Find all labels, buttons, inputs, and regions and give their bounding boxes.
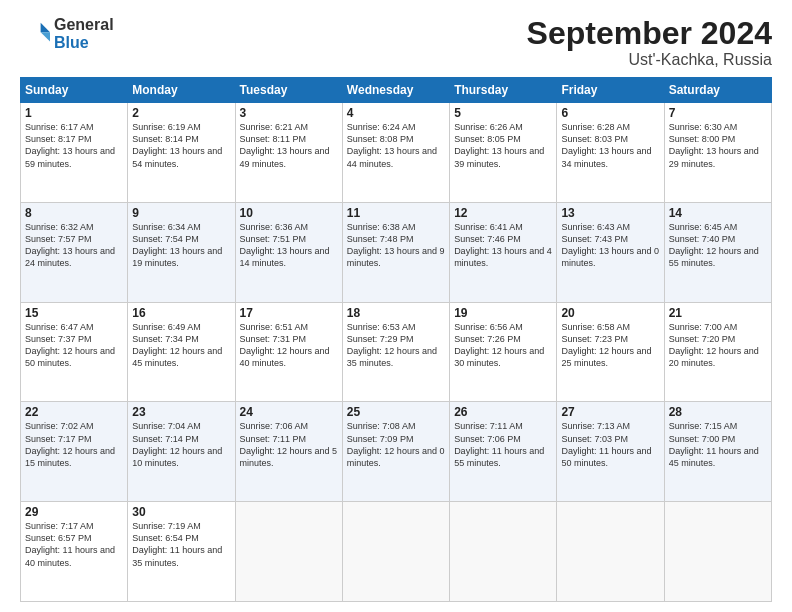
calendar-table: Sunday Monday Tuesday Wednesday Thursday… <box>20 77 772 602</box>
table-row <box>235 502 342 602</box>
day-details: Sunrise: 6:47 AM Sunset: 7:37 PM Dayligh… <box>25 321 123 370</box>
day-details: Sunrise: 6:17 AM Sunset: 8:17 PM Dayligh… <box>25 121 123 170</box>
day-details: Sunrise: 6:19 AM Sunset: 8:14 PM Dayligh… <box>132 121 230 170</box>
table-row: 17Sunrise: 6:51 AM Sunset: 7:31 PM Dayli… <box>235 302 342 402</box>
day-details: Sunrise: 7:04 AM Sunset: 7:14 PM Dayligh… <box>132 420 230 469</box>
table-row <box>342 502 449 602</box>
day-details: Sunrise: 6:43 AM Sunset: 7:43 PM Dayligh… <box>561 221 659 270</box>
day-number: 7 <box>669 106 767 120</box>
table-row: 9Sunrise: 6:34 AM Sunset: 7:54 PM Daylig… <box>128 202 235 302</box>
logo: General Blue <box>20 16 114 51</box>
logo-general: General <box>54 16 114 34</box>
header-tuesday: Tuesday <box>235 78 342 103</box>
table-row: 14Sunrise: 6:45 AM Sunset: 7:40 PM Dayli… <box>664 202 771 302</box>
day-number: 10 <box>240 206 338 220</box>
table-row: 19Sunrise: 6:56 AM Sunset: 7:26 PM Dayli… <box>450 302 557 402</box>
day-details: Sunrise: 6:38 AM Sunset: 7:48 PM Dayligh… <box>347 221 445 270</box>
day-number: 2 <box>132 106 230 120</box>
day-number: 13 <box>561 206 659 220</box>
table-row: 1Sunrise: 6:17 AM Sunset: 8:17 PM Daylig… <box>21 103 128 203</box>
table-row: 6Sunrise: 6:28 AM Sunset: 8:03 PM Daylig… <box>557 103 664 203</box>
day-number: 17 <box>240 306 338 320</box>
table-row: 27Sunrise: 7:13 AM Sunset: 7:03 PM Dayli… <box>557 402 664 502</box>
table-row <box>450 502 557 602</box>
day-number: 12 <box>454 206 552 220</box>
header-thursday: Thursday <box>450 78 557 103</box>
table-row: 25Sunrise: 7:08 AM Sunset: 7:09 PM Dayli… <box>342 402 449 502</box>
day-number: 28 <box>669 405 767 419</box>
day-details: Sunrise: 6:41 AM Sunset: 7:46 PM Dayligh… <box>454 221 552 270</box>
table-row: 8Sunrise: 6:32 AM Sunset: 7:57 PM Daylig… <box>21 202 128 302</box>
day-number: 20 <box>561 306 659 320</box>
day-number: 14 <box>669 206 767 220</box>
day-details: Sunrise: 6:26 AM Sunset: 8:05 PM Dayligh… <box>454 121 552 170</box>
day-details: Sunrise: 6:30 AM Sunset: 8:00 PM Dayligh… <box>669 121 767 170</box>
calendar-week-row: 8Sunrise: 6:32 AM Sunset: 7:57 PM Daylig… <box>21 202 772 302</box>
table-row: 10Sunrise: 6:36 AM Sunset: 7:51 PM Dayli… <box>235 202 342 302</box>
day-details: Sunrise: 6:51 AM Sunset: 7:31 PM Dayligh… <box>240 321 338 370</box>
table-row: 13Sunrise: 6:43 AM Sunset: 7:43 PM Dayli… <box>557 202 664 302</box>
table-row: 28Sunrise: 7:15 AM Sunset: 7:00 PM Dayli… <box>664 402 771 502</box>
table-row: 5Sunrise: 6:26 AM Sunset: 8:05 PM Daylig… <box>450 103 557 203</box>
svg-marker-1 <box>41 32 50 41</box>
day-details: Sunrise: 7:00 AM Sunset: 7:20 PM Dayligh… <box>669 321 767 370</box>
table-row: 26Sunrise: 7:11 AM Sunset: 7:06 PM Dayli… <box>450 402 557 502</box>
day-details: Sunrise: 6:58 AM Sunset: 7:23 PM Dayligh… <box>561 321 659 370</box>
day-number: 1 <box>25 106 123 120</box>
day-details: Sunrise: 6:36 AM Sunset: 7:51 PM Dayligh… <box>240 221 338 270</box>
day-details: Sunrise: 6:56 AM Sunset: 7:26 PM Dayligh… <box>454 321 552 370</box>
day-details: Sunrise: 7:13 AM Sunset: 7:03 PM Dayligh… <box>561 420 659 469</box>
logo-icon <box>20 19 50 49</box>
day-number: 5 <box>454 106 552 120</box>
day-number: 18 <box>347 306 445 320</box>
day-number: 23 <box>132 405 230 419</box>
header-saturday: Saturday <box>664 78 771 103</box>
day-details: Sunrise: 7:17 AM Sunset: 6:57 PM Dayligh… <box>25 520 123 569</box>
table-row: 20Sunrise: 6:58 AM Sunset: 7:23 PM Dayli… <box>557 302 664 402</box>
table-row: 30Sunrise: 7:19 AM Sunset: 6:54 PM Dayli… <box>128 502 235 602</box>
day-number: 25 <box>347 405 445 419</box>
day-details: Sunrise: 6:21 AM Sunset: 8:11 PM Dayligh… <box>240 121 338 170</box>
day-number: 29 <box>25 505 123 519</box>
day-number: 3 <box>240 106 338 120</box>
day-number: 11 <box>347 206 445 220</box>
calendar-header-row: Sunday Monday Tuesday Wednesday Thursday… <box>21 78 772 103</box>
table-row: 4Sunrise: 6:24 AM Sunset: 8:08 PM Daylig… <box>342 103 449 203</box>
page: General Blue September 2024 Ust'-Kachka,… <box>0 0 792 612</box>
calendar-week-row: 22Sunrise: 7:02 AM Sunset: 7:17 PM Dayli… <box>21 402 772 502</box>
day-details: Sunrise: 6:45 AM Sunset: 7:40 PM Dayligh… <box>669 221 767 270</box>
table-row: 2Sunrise: 6:19 AM Sunset: 8:14 PM Daylig… <box>128 103 235 203</box>
table-row: 7Sunrise: 6:30 AM Sunset: 8:00 PM Daylig… <box>664 103 771 203</box>
table-row <box>557 502 664 602</box>
day-details: Sunrise: 6:28 AM Sunset: 8:03 PM Dayligh… <box>561 121 659 170</box>
table-row: 11Sunrise: 6:38 AM Sunset: 7:48 PM Dayli… <box>342 202 449 302</box>
day-number: 30 <box>132 505 230 519</box>
calendar-title: September 2024 <box>527 16 772 51</box>
day-details: Sunrise: 7:06 AM Sunset: 7:11 PM Dayligh… <box>240 420 338 469</box>
day-details: Sunrise: 7:02 AM Sunset: 7:17 PM Dayligh… <box>25 420 123 469</box>
calendar-subtitle: Ust'-Kachka, Russia <box>527 51 772 69</box>
table-row: 18Sunrise: 6:53 AM Sunset: 7:29 PM Dayli… <box>342 302 449 402</box>
table-row: 3Sunrise: 6:21 AM Sunset: 8:11 PM Daylig… <box>235 103 342 203</box>
day-details: Sunrise: 7:11 AM Sunset: 7:06 PM Dayligh… <box>454 420 552 469</box>
logo-blue: Blue <box>54 34 114 52</box>
calendar-week-row: 1Sunrise: 6:17 AM Sunset: 8:17 PM Daylig… <box>21 103 772 203</box>
day-number: 16 <box>132 306 230 320</box>
header-monday: Monday <box>128 78 235 103</box>
day-number: 9 <box>132 206 230 220</box>
calendar-week-row: 15Sunrise: 6:47 AM Sunset: 7:37 PM Dayli… <box>21 302 772 402</box>
calendar-week-row: 29Sunrise: 7:17 AM Sunset: 6:57 PM Dayli… <box>21 502 772 602</box>
table-row: 21Sunrise: 7:00 AM Sunset: 7:20 PM Dayli… <box>664 302 771 402</box>
header-friday: Friday <box>557 78 664 103</box>
title-block: September 2024 Ust'-Kachka, Russia <box>527 16 772 69</box>
logo-text: General Blue <box>54 16 114 51</box>
day-details: Sunrise: 7:15 AM Sunset: 7:00 PM Dayligh… <box>669 420 767 469</box>
day-details: Sunrise: 6:53 AM Sunset: 7:29 PM Dayligh… <box>347 321 445 370</box>
day-details: Sunrise: 7:08 AM Sunset: 7:09 PM Dayligh… <box>347 420 445 469</box>
day-number: 24 <box>240 405 338 419</box>
table-row: 22Sunrise: 7:02 AM Sunset: 7:17 PM Dayli… <box>21 402 128 502</box>
table-row <box>664 502 771 602</box>
day-number: 26 <box>454 405 552 419</box>
day-number: 15 <box>25 306 123 320</box>
day-number: 21 <box>669 306 767 320</box>
